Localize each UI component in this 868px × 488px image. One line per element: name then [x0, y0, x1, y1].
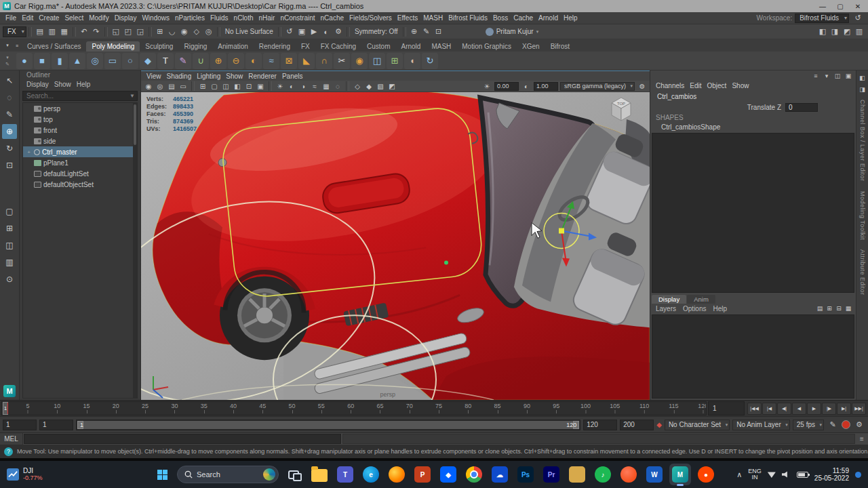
viewport-menu-lighting[interactable]: Lighting — [194, 73, 223, 80]
redo-button[interactable]: ↷ — [90, 26, 102, 38]
shelf-tab-fx[interactable]: FX — [296, 41, 315, 52]
menu-bifrost-fluids[interactable]: Bifrost Fluids — [446, 14, 490, 22]
lasso-tool[interactable]: ◌ — [2, 90, 17, 105]
notification-badge[interactable] — [855, 472, 861, 478]
view-cube[interactable]: TOP — [612, 98, 631, 121]
language-indicator[interactable]: ENG IN — [748, 468, 762, 481]
current-frame-field[interactable]: 1 — [708, 401, 745, 415]
workspace-dropdown[interactable]: Bifrost Fluids — [795, 14, 849, 23]
poly-cone-button[interactable]: ▲ — [69, 53, 85, 69]
select-camera-button[interactable]: ◉ — [143, 81, 154, 92]
exposure-icon[interactable]: ☀ — [481, 81, 492, 92]
menu-effects[interactable]: Effects — [395, 14, 420, 22]
view-transform-dropdown[interactable]: sRGB gamma (legacy) — [560, 82, 635, 91]
sculpt-tool-button[interactable]: ◖ — [404, 53, 420, 69]
toggle-channel-box-button[interactable]: ▥ — [853, 26, 865, 38]
multi-cut-button[interactable]: ✂ — [334, 53, 350, 69]
word-icon[interactable]: W — [644, 464, 665, 485]
minimize-button[interactable]: — — [814, 1, 831, 12]
shelf-tab-xgen[interactable]: XGen — [517, 41, 545, 52]
bevel-button[interactable]: ◣ — [298, 53, 315, 69]
menu-display[interactable]: Display — [112, 14, 140, 22]
mirror-button[interactable]: ◫ — [369, 53, 385, 69]
layer-options-icon[interactable]: ▦ — [844, 304, 853, 312]
film-gate-button[interactable]: ▢ — [209, 81, 220, 92]
script-editor-icon[interactable]: ≡ — [856, 433, 868, 445]
network-icon[interactable] — [768, 471, 776, 478]
channelbox-menu-edit[interactable]: Edit — [687, 82, 704, 89]
channelbox-menu-show[interactable]: Show — [729, 82, 751, 89]
textured-button[interactable]: ▧ — [375, 81, 386, 92]
shelf-tab-mash[interactable]: MASH — [426, 41, 456, 52]
select-component-button[interactable]: ◲ — [134, 26, 146, 38]
shadows-button[interactable]: ◐ — [286, 81, 297, 92]
layer-menu-help[interactable]: Help — [710, 305, 730, 312]
new-scene-button[interactable]: ▤ — [34, 26, 46, 38]
new-empty-layer-button[interactable]: ⊞ — [825, 304, 834, 312]
layout-persp-outliner[interactable]: ◫ — [2, 238, 17, 253]
resolution-gate-button[interactable]: ◫ — [220, 81, 231, 92]
lighting-button[interactable]: ☀ — [275, 81, 285, 92]
snap-grid-button[interactable]: ⊞ — [154, 26, 166, 38]
move-tool[interactable]: ⊕ — [2, 124, 17, 139]
sweep-mesh-button[interactable]: ∪ — [193, 53, 209, 69]
poly-cube-button[interactable]: ■ — [34, 53, 50, 69]
input-operations-button[interactable]: ⊕ — [408, 26, 420, 38]
poly-sphere-button[interactable]: ● — [16, 53, 33, 69]
new-layer-from-selected-button[interactable]: ⊟ — [834, 304, 844, 312]
outliner-title[interactable]: Outliner — [20, 70, 140, 79]
layer-tab-display[interactable]: Display — [652, 295, 686, 304]
viewport-menu-shading[interactable]: Shading — [164, 73, 195, 80]
toggle-tool-settings-button[interactable]: ◩ — [841, 26, 853, 38]
render-current-frame-button[interactable]: ▶ — [308, 26, 320, 38]
workspace-reset-icon[interactable]: ↺ — [852, 12, 864, 24]
maya-icon[interactable]: M — [669, 464, 691, 485]
save-scene-button[interactable]: ▦ — [58, 26, 71, 38]
menu-edit[interactable]: Edit — [19, 14, 36, 22]
paint-select-tool[interactable]: ✎ — [2, 107, 17, 122]
animation-preferences-icon[interactable]: ⚙ — [853, 419, 865, 431]
viewport-menu-show[interactable]: Show — [223, 73, 245, 80]
play-forwards-button[interactable]: ▶ — [807, 403, 821, 415]
multisample-button[interactable]: ▦ — [321, 81, 332, 92]
safe-action-button[interactable]: ▣ — [255, 81, 266, 92]
outliner-item-ctrl-master[interactable]: +Ctrl_master — [23, 146, 137, 157]
viewport-menu-view[interactable]: View — [144, 73, 164, 80]
channelbox-menu-channels[interactable]: Channels — [653, 82, 687, 89]
combine-button[interactable]: ⊕ — [210, 53, 226, 69]
menu-arnold[interactable]: Arnold — [536, 14, 561, 22]
playback-options-icon[interactable]: ✎ — [827, 419, 839, 431]
step-back-key-button[interactable]: |◀ — [762, 403, 776, 415]
svg-tool-button[interactable]: ✎ — [175, 53, 191, 69]
gate-mask-button[interactable]: ◧ — [232, 81, 243, 92]
poly-plane-button[interactable]: ▭ — [104, 53, 121, 69]
chrome-icon[interactable] — [463, 464, 485, 485]
battery-icon[interactable] — [797, 472, 808, 478]
poly-helix-button[interactable]: ↻ — [422, 53, 438, 69]
shelf-tab-fx-caching[interactable]: FX Caching — [315, 41, 361, 52]
viewport-menu-renderer[interactable]: Renderer — [245, 73, 279, 80]
close-button[interactable]: ✕ — [849, 1, 867, 12]
go-to-end-button[interactable]: ▶▶| — [852, 403, 866, 415]
go-to-start-button[interactable]: |◀◀ — [747, 403, 762, 415]
anim-layer-dropdown[interactable]: No Anim Layer — [732, 420, 790, 430]
panel-tab-modeling-toolkit[interactable]: Modeling Toolkit — [859, 191, 866, 240]
snap-curve-button[interactable]: ◡ — [166, 26, 178, 38]
outliner-item-front[interactable]: front — [23, 125, 137, 136]
shelf-tab-rendering[interactable]: Rendering — [254, 41, 296, 52]
shelf-tab-rigging[interactable]: Rigging — [178, 41, 212, 52]
set-key-icon[interactable]: ◆ — [656, 421, 662, 428]
shaded-button[interactable]: ◆ — [363, 81, 374, 92]
select-hierarchy-button[interactable]: ◱ — [110, 26, 122, 38]
channel-value-field[interactable]: 0 — [785, 103, 818, 112]
menu-set-dropdown[interactable]: FX — [3, 26, 26, 37]
make-live-button[interactable]: ◎ — [203, 26, 215, 38]
menu-nhair[interactable]: nHair — [256, 14, 278, 22]
channelbox-pin-icon[interactable]: ▣ — [844, 71, 853, 80]
range-slider-bar[interactable]: 1 120 — [77, 421, 579, 429]
outliner-item-pplane1[interactable]: pPlane1 — [23, 157, 137, 168]
step-forward-key-button[interactable]: ▶| — [837, 403, 851, 415]
outliner-item-side[interactable]: side — [23, 136, 137, 146]
wireframe-button[interactable]: ◇ — [352, 81, 363, 92]
target-weld-button[interactable]: ◉ — [351, 53, 368, 69]
